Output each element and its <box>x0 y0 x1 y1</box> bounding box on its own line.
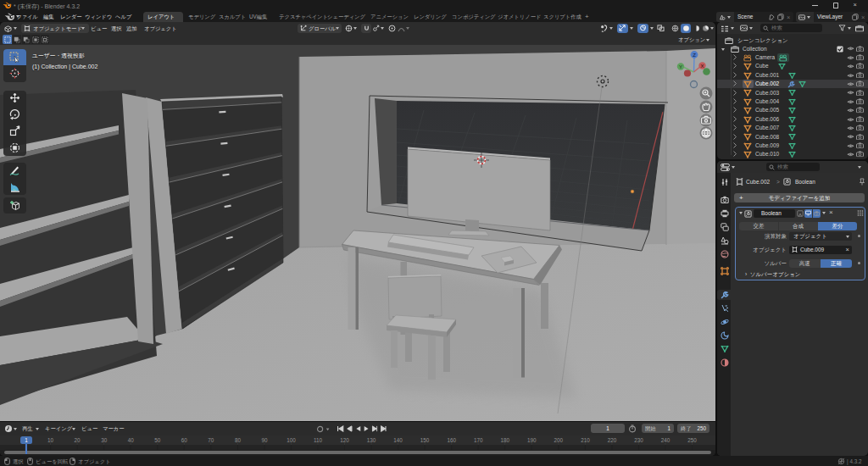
svg-text:170: 170 <box>474 437 483 443</box>
svg-text:Z: Z <box>693 53 696 58</box>
svg-text:120: 120 <box>340 437 349 443</box>
svg-text:220: 220 <box>608 437 617 443</box>
svg-text:80: 80 <box>235 437 242 443</box>
svg-text:240: 240 <box>661 437 670 443</box>
svg-text:130: 130 <box>367 437 376 443</box>
svg-text:X: X <box>700 64 704 69</box>
svg-text:30: 30 <box>101 437 108 443</box>
svg-text:Y: Y <box>679 64 682 69</box>
svg-text:230: 230 <box>634 437 643 443</box>
svg-text:150: 150 <box>420 437 430 443</box>
svg-text:160: 160 <box>447 437 456 443</box>
svg-text:210: 210 <box>581 437 590 443</box>
svg-text:20: 20 <box>75 437 81 443</box>
svg-text:60: 60 <box>181 437 188 443</box>
svg-text:40: 40 <box>128 437 135 443</box>
svg-text:140: 140 <box>393 437 403 443</box>
svg-text:70: 70 <box>208 437 214 443</box>
svg-text:200: 200 <box>554 437 564 443</box>
svg-text:90: 90 <box>261 437 268 443</box>
svg-text:110: 110 <box>314 437 323 443</box>
svg-text:100: 100 <box>287 437 296 443</box>
svg-text:180: 180 <box>500 437 509 443</box>
svg-text:50: 50 <box>154 437 161 443</box>
svg-text:+: + <box>862 25 864 29</box>
svg-text:190: 190 <box>527 437 537 443</box>
svg-text:250: 250 <box>687 437 697 443</box>
svg-text:10: 10 <box>47 437 54 443</box>
